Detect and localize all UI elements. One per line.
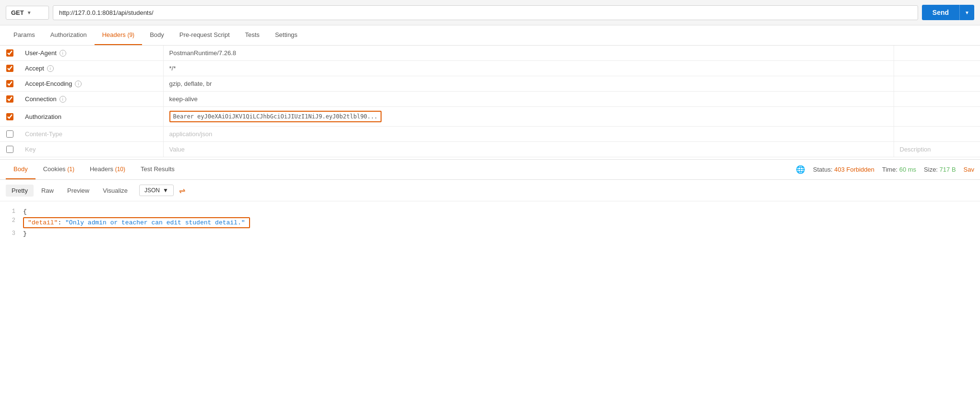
tab-response-body[interactable]: Body [6,160,36,179]
method-chevron-icon: ▼ [27,10,32,15]
header-checkbox-4[interactable] [6,113,13,120]
description-placeholder: Description [900,146,931,153]
info-icon-0: i [60,50,66,57]
tab-pre-request[interactable]: Pre-request Script [172,25,238,45]
key-placeholder: Key [25,146,36,153]
response-tabs: Body Cookies (1) Headers (10) Test Resul… [0,159,980,180]
method-value: GET [11,9,24,16]
globe-icon: 🌐 [796,165,805,174]
table-row: Authorization Bearer eyJ0eXAiOiJKV1QiLCJ… [0,107,980,127]
request-tabs: Params Authorization Headers (9) Body Pr… [0,25,980,46]
resp-tab-raw[interactable]: Raw [36,185,60,197]
tab-params[interactable]: Params [6,25,43,45]
tab-response-headers[interactable]: Headers (10) [82,160,133,179]
response-code-area: 1 { 2 "detail": "Only admin or teacher c… [0,201,980,244]
value-placeholder: Value [169,146,185,153]
chevron-down-icon: ▼ [163,187,168,194]
send-dropdown-arrow[interactable]: ▼ [959,5,974,20]
resp-tab-pretty[interactable]: Pretty [6,185,34,197]
tab-response-test-results[interactable]: Test Results [133,160,182,179]
url-input[interactable] [53,5,918,20]
header-checkbox-6[interactable] [6,146,13,153]
response-status-bar: 🌐 Status: 403 Forbidden Time: 60 ms Size… [796,165,974,174]
format-select[interactable]: JSON ▼ [139,185,174,196]
info-icon-3: i [60,96,66,103]
header-checkbox-5[interactable] [6,130,13,138]
table-row: Accept-Encodingi gzip, deflate, br [0,76,980,92]
code-line-3: 3 } [0,229,980,238]
table-row: Accepti */* [0,61,980,76]
header-checkbox-3[interactable] [6,95,13,103]
highlighted-code-block: "detail": "Only admin or teacher can edi… [23,217,250,228]
time-info: Time: 60 ms [882,166,916,173]
tab-headers[interactable]: Headers (9) [95,25,142,45]
header-checkbox-1[interactable] [6,65,13,72]
size-info: Size: 717 B [924,166,956,173]
tab-authorization[interactable]: Authorization [43,25,95,45]
table-row: User-Agenti PostmanRuntime/7.26.8 [0,46,980,61]
resp-tab-visualize[interactable]: Visualize [97,185,133,197]
info-icon-1: i [47,65,54,72]
info-icon-2: i [75,81,82,87]
save-link[interactable]: Sav [964,166,974,173]
status-label: Status: 403 Forbidden [813,166,874,173]
header-checkbox-0[interactable] [6,49,13,57]
wrap-lines-icon[interactable]: ⇌ [176,184,189,197]
method-select[interactable]: GET ▼ [6,6,49,20]
table-row: Content-Type application/json [0,127,980,142]
tab-settings[interactable]: Settings [267,25,305,45]
authorization-value: Bearer eyJ0eXAiOiJKV1QiLCJhbGciOiJIUzI1N… [169,111,382,122]
resp-tab-preview[interactable]: Preview [61,185,95,197]
tab-response-cookies[interactable]: Cookies (1) [36,160,82,179]
url-bar: GET ▼ Send ▼ [0,0,980,25]
headers-table: User-Agenti PostmanRuntime/7.26.8 Accept… [0,46,980,157]
table-row: Connectioni keep-alive [0,92,980,107]
send-button[interactable]: Send [922,5,959,20]
response-body-toolbar: Pretty Raw Preview Visualize JSON ▼ ⇌ [0,180,980,201]
tab-tests[interactable]: Tests [238,25,267,45]
tab-body[interactable]: Body [142,25,172,45]
code-line-1: 1 { [0,207,980,216]
table-row: Key Value Description [0,142,980,157]
header-checkbox-2[interactable] [6,80,13,87]
send-button-group: Send ▼ [922,5,974,20]
code-line-2: 2 "detail": "Only admin or teacher can e… [0,216,980,229]
